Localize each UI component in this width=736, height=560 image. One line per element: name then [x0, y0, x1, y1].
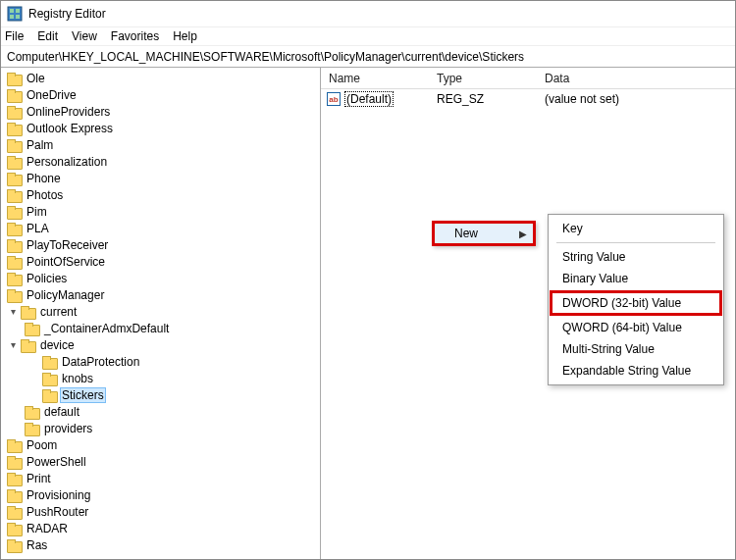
string-value-icon: ab: [327, 92, 341, 106]
tree-item-onedrive[interactable]: OneDrive: [7, 86, 320, 103]
tree-item-dataprotection[interactable]: DataProtection: [7, 353, 320, 370]
folder-icon: [7, 439, 21, 451]
folder-icon: [7, 73, 21, 84]
tree-item-providers[interactable]: providers: [7, 420, 320, 436]
tree-item-onlineproviders[interactable]: OnlineProviders: [7, 103, 320, 120]
folder-icon: [7, 106, 21, 118]
context-menu-new[interactable]: New ▶: [432, 221, 536, 246]
tree-item-pointofservice[interactable]: PointOfService: [7, 253, 320, 270]
value-type: REG_SZ: [429, 92, 537, 106]
tree-item-default[interactable]: default: [7, 403, 320, 420]
collapse-icon[interactable]: ▾: [7, 339, 19, 351]
folder-icon: [7, 523, 21, 535]
tree-item-policymanager[interactable]: PolicyManager: [7, 286, 320, 303]
tree-item-ras[interactable]: Ras: [7, 536, 320, 553]
tree-pane[interactable]: Ole OneDrive OnlineProviders Outlook Exp…: [1, 68, 321, 559]
regedit-icon: [7, 6, 23, 22]
folder-icon: [7, 206, 21, 218]
folder-icon: [7, 273, 21, 284]
folder-icon: [21, 306, 34, 318]
folder-icon: [7, 139, 21, 151]
ctx-item-key[interactable]: Key: [551, 218, 721, 239]
folder-icon: [7, 156, 21, 168]
tree-item-pushrouter[interactable]: PushRouter: [7, 503, 320, 520]
folder-icon: [7, 239, 21, 251]
folder-icon: [7, 123, 21, 134]
folder-icon: [25, 423, 38, 434]
tree-item-poom[interactable]: Poom: [7, 436, 320, 453]
ctx-item-binary[interactable]: Binary Value: [551, 268, 721, 289]
folder-icon: [7, 189, 21, 201]
ctx-item-expandable-string[interactable]: Expandable String Value: [551, 360, 721, 382]
folder-icon: [7, 256, 21, 268]
folder-icon: [7, 473, 21, 484]
collapse-icon[interactable]: ▾: [7, 306, 19, 318]
folder-icon: [42, 373, 56, 384]
folder-icon: [7, 223, 21, 234]
tree-item-radar[interactable]: RADAR: [7, 520, 320, 536]
folder-icon: [42, 356, 56, 368]
ctx-item-qword[interactable]: QWORD (64-bit) Value: [551, 317, 721, 338]
tree-item-containeradmxdefault[interactable]: _ContainerAdmxDefault: [7, 320, 320, 336]
titlebar: Registry Editor: [1, 1, 735, 26]
folder-icon: [7, 539, 21, 551]
tree-item-photos[interactable]: Photos: [7, 186, 320, 203]
column-headers: Name Type Data: [321, 68, 735, 89]
tree-item-print[interactable]: Print: [7, 470, 320, 486]
ctx-item-dword[interactable]: DWORD (32-bit) Value: [550, 290, 722, 316]
window-title: Registry Editor: [28, 7, 106, 21]
tree-item-ole[interactable]: Ole: [7, 70, 320, 86]
context-submenu-new: Key String Value Binary Value DWORD (32-…: [548, 214, 724, 385]
tree-item-pla[interactable]: PLA: [7, 220, 320, 236]
tree-item-device[interactable]: ▾device: [7, 336, 320, 353]
folder-icon: [7, 173, 21, 184]
folder-icon: [7, 289, 21, 301]
svg-rect-3: [10, 15, 14, 19]
ctx-item-multi-string[interactable]: Multi-String Value: [551, 338, 721, 360]
tree-item-provisioning[interactable]: Provisioning: [7, 486, 320, 503]
tree-item-playtoreceiver[interactable]: PlayToReceiver: [7, 236, 320, 253]
value-name: (Default): [344, 91, 394, 107]
ctx-new-label: New: [435, 227, 513, 240]
addressbar[interactable]: Computer\HKEY_LOCAL_MACHINE\SOFTWARE\Mic…: [1, 46, 735, 68]
menu-favorites[interactable]: Favorites: [111, 29, 159, 43]
tree-item-pim[interactable]: Pim: [7, 203, 320, 220]
tree-item-powershell[interactable]: PowerShell: [7, 453, 320, 470]
tree-item-stickers[interactable]: Stickers: [7, 386, 320, 403]
menu-file[interactable]: File: [5, 29, 24, 43]
address-path: Computer\HKEY_LOCAL_MACHINE\SOFTWARE\Mic…: [7, 50, 524, 64]
svg-rect-4: [16, 15, 20, 19]
menu-help[interactable]: Help: [173, 29, 197, 43]
tree-item-personalization[interactable]: Personalization: [7, 153, 320, 170]
menu-edit[interactable]: Edit: [37, 29, 58, 43]
folder-icon: [7, 89, 21, 101]
folder-icon: [21, 339, 34, 351]
tree-item-phone[interactable]: Phone: [7, 170, 320, 186]
ctx-item-string[interactable]: String Value: [551, 246, 721, 268]
chevron-right-icon: ▶: [513, 229, 533, 239]
separator: [556, 242, 715, 243]
col-data[interactable]: Data: [537, 68, 735, 88]
folder-icon: [7, 456, 21, 468]
tree-item-knobs[interactable]: knobs: [7, 370, 320, 386]
folder-icon: [7, 489, 21, 501]
folder-icon: [42, 389, 56, 401]
menu-view[interactable]: View: [72, 29, 97, 43]
folder-icon: [7, 506, 21, 518]
tree-item-current[interactable]: ▾current: [7, 303, 320, 320]
tree-item-outlook-express[interactable]: Outlook Express: [7, 120, 320, 136]
tree-item-palm[interactable]: Palm: [7, 136, 320, 153]
svg-rect-1: [10, 9, 14, 13]
value-row-default[interactable]: ab (Default) REG_SZ (value not set): [321, 89, 735, 109]
svg-rect-2: [16, 9, 20, 13]
menubar: File Edit View Favorites Help: [1, 26, 735, 46]
col-name[interactable]: Name: [321, 68, 429, 88]
value-data: (value not set): [537, 92, 735, 106]
folder-icon: [25, 406, 38, 418]
folder-icon: [25, 323, 38, 334]
col-type[interactable]: Type: [429, 68, 537, 88]
tree-item-policies[interactable]: Policies: [7, 270, 320, 286]
